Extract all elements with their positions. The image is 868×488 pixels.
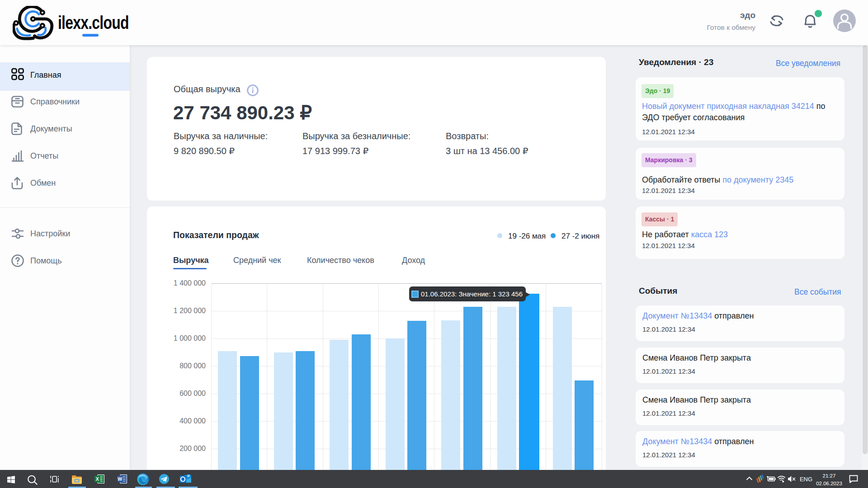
svg-text:W: W	[118, 476, 122, 482]
svg-text:X: X	[96, 476, 99, 482]
